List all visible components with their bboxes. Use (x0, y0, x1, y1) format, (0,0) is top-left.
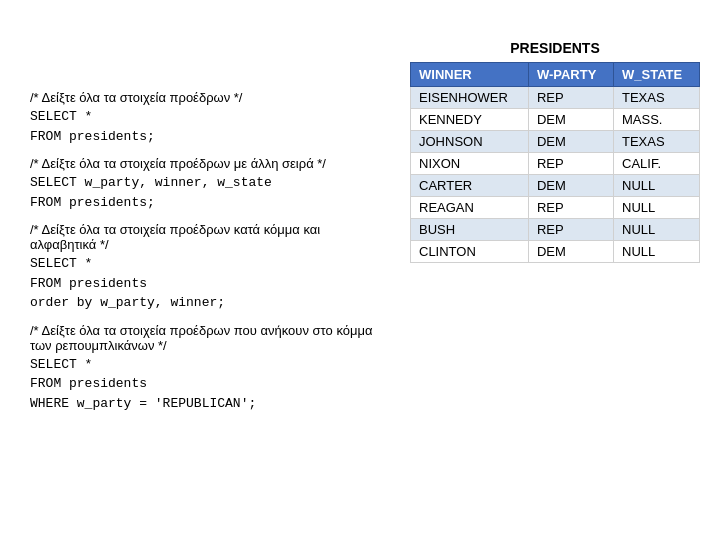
sql-block-2: /* Δείξτε όλα τα στοιχεία προέδρων με άλ… (30, 156, 390, 212)
table-cell-party: REP (528, 219, 613, 241)
sql-line: SELECT w_party, winner, w_state (30, 173, 390, 193)
table-cell-winner: JOHNSON (411, 131, 529, 153)
sql-code-2: SELECT w_party, winner, w_state FROM pre… (30, 173, 390, 212)
table-header-row: WINNER W-PARTY W_STATE (411, 63, 700, 87)
sql-line: FROM presidents; (30, 127, 390, 147)
table-row: KENNEDYDEMMASS. (411, 109, 700, 131)
sql-line: FROM presidents (30, 274, 390, 294)
table-cell-winner: NIXON (411, 153, 529, 175)
table-cell-party: DEM (528, 241, 613, 263)
table-title: PRESIDENTS (410, 40, 700, 56)
sql-comment-2: /* Δείξτε όλα τα στοιχεία προέδρων με άλ… (30, 156, 390, 171)
table-cell-winner: KENNEDY (411, 109, 529, 131)
table-cell-party: DEM (528, 109, 613, 131)
sql-code-4: SELECT * FROM presidents WHERE w_party =… (30, 355, 390, 414)
table-cell-state: TEXAS (614, 131, 700, 153)
table-section: PRESIDENTS WINNER W-PARTY W_STATE EISENH… (390, 30, 700, 520)
sql-line: WHERE w_party = 'REPUBLICAN'; (30, 394, 390, 414)
sql-block-3: /* Δείξτε όλα τα στοιχεία προέδρων κατά … (30, 222, 390, 313)
sql-line: FROM presidents; (30, 193, 390, 213)
table-cell-winner: BUSH (411, 219, 529, 241)
sql-line: SELECT * (30, 107, 390, 127)
sql-line: SELECT * (30, 254, 390, 274)
table-row: REAGANREPNULL (411, 197, 700, 219)
sql-block-1: /* Δείξτε όλα τα στοιχεία προέδρων */ SE… (30, 90, 390, 146)
sql-section: /* Δείξτε όλα τα στοιχεία προέδρων */ SE… (30, 30, 390, 520)
table-row: NIXONREPCALIF. (411, 153, 700, 175)
table-row: BUSHREPNULL (411, 219, 700, 241)
sql-line: SELECT * (30, 355, 390, 375)
table-cell-party: REP (528, 153, 613, 175)
table-cell-winner: CLINTON (411, 241, 529, 263)
sql-code-3: SELECT * FROM presidents order by w_part… (30, 254, 390, 313)
table-row: CLINTONDEMNULL (411, 241, 700, 263)
presidents-table: WINNER W-PARTY W_STATE EISENHOWERREPTEXA… (410, 62, 700, 263)
table-cell-winner: CARTER (411, 175, 529, 197)
table-cell-party: REP (528, 197, 613, 219)
col-state: W_STATE (614, 63, 700, 87)
sql-comment-4: /* Δείξτε όλα τα στοιχεία προέδρων που α… (30, 323, 390, 353)
page-container: /* Δείξτε όλα τα στοιχεία προέδρων */ SE… (0, 0, 720, 540)
sql-block-4: /* Δείξτε όλα τα στοιχεία προέδρων που α… (30, 323, 390, 414)
table-cell-state: TEXAS (614, 87, 700, 109)
table-cell-state: NULL (614, 241, 700, 263)
table-cell-state: NULL (614, 219, 700, 241)
table-cell-state: MASS. (614, 109, 700, 131)
table-cell-party: REP (528, 87, 613, 109)
table-cell-state: NULL (614, 197, 700, 219)
table-row: JOHNSONDEMTEXAS (411, 131, 700, 153)
table-cell-state: NULL (614, 175, 700, 197)
table-cell-winner: EISENHOWER (411, 87, 529, 109)
sql-comment-3: /* Δείξτε όλα τα στοιχεία προέδρων κατά … (30, 222, 390, 252)
table-cell-state: CALIF. (614, 153, 700, 175)
sql-line: FROM presidents (30, 374, 390, 394)
table-row: EISENHOWERREPTEXAS (411, 87, 700, 109)
sql-code-1: SELECT * FROM presidents; (30, 107, 390, 146)
table-cell-party: DEM (528, 175, 613, 197)
table-row: CARTERDEMNULL (411, 175, 700, 197)
sql-comment-1: /* Δείξτε όλα τα στοιχεία προέδρων */ (30, 90, 390, 105)
sql-line: order by w_party, winner; (30, 293, 390, 313)
table-cell-winner: REAGAN (411, 197, 529, 219)
col-party: W-PARTY (528, 63, 613, 87)
col-winner: WINNER (411, 63, 529, 87)
table-cell-party: DEM (528, 131, 613, 153)
